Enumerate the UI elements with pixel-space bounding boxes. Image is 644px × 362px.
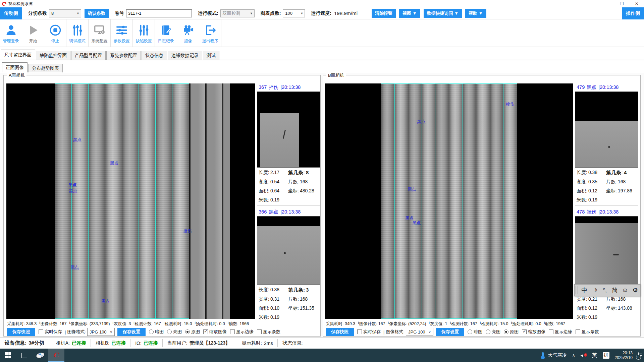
radio-暗图[interactable] [149, 329, 154, 334]
logbook-icon [160, 24, 172, 37]
defect-card[interactable]: 367挫伤|20:13:38 长度:2.17 第几条:8 宽度:0.54 片数:… [257, 83, 320, 205]
data-quick-access-button[interactable]: 数据快捷访问 ▼ [424, 9, 462, 18]
checkbox-显示条数[interactable] [576, 329, 580, 334]
ime-pinyin-indicator[interactable]: 拼 [603, 352, 609, 359]
image-format-dropdown[interactable]: JPG 100∨ [87, 328, 115, 336]
camera-a-image[interactable]: 黑点黑点黑点黑点挫伤黑点黑点 [6, 83, 255, 319]
weather-widget[interactable]: 天气寒冷 [542, 352, 567, 358]
moon-icon[interactable]: ☽ [589, 287, 599, 294]
log-record-button[interactable]: 日志记录 [155, 19, 177, 47]
tab-size-monitor[interactable]: 尺寸监控界面 [1, 50, 35, 60]
camera-a-conn-label: 相机A: [56, 340, 70, 346]
defect-card[interactable]: 366黑点|20:13:38 长度:0.38 第几条:3 宽度:0.31 片数:… [257, 208, 320, 320]
defect-marker-label: 黑点 [101, 299, 110, 304]
camera-b-conn-label: 相机B: [96, 340, 109, 346]
defect-header: 478挫伤|20:13:38 [575, 208, 638, 217]
strip-band-a [55, 83, 190, 319]
system-config-button[interactable]: 系统配置 [89, 19, 111, 47]
radio-亮图[interactable] [486, 329, 490, 334]
radio-亮图[interactable] [167, 329, 172, 334]
roll-number-input[interactable] [126, 9, 192, 17]
tab-front-image[interactable]: 正面图像 [2, 62, 28, 72]
radio-原图[interactable] [504, 329, 508, 334]
camera-b-image[interactable]: 挫伤黑点黑点黑点黑点 [325, 83, 573, 319]
ime-chinese-mode-button[interactable]: 中 [579, 286, 589, 294]
defect-info: 长度:0.38 第几条:4 宽度:0.35 片数:168 面积:0.12 坐标:… [575, 168, 638, 203]
camera-b-title: B面相机 [326, 72, 346, 78]
minimize-button[interactable]: — [600, 0, 614, 7]
hidden-icons-chevron[interactable]: ∧ [572, 353, 575, 358]
defect-thumbnail[interactable] [575, 92, 638, 168]
checkbox-缩放图像[interactable] [203, 329, 208, 334]
date-value: 2025/2/10 [615, 355, 633, 360]
checkbox-缩放图像[interactable] [522, 329, 527, 334]
camera-a-controls: 保存快照 实时保存 | 图像格式: JPG 100∨ 保存设置 暗图亮图原图缩放… [7, 327, 280, 336]
simplified-chinese-button[interactable]: 简 [610, 286, 620, 294]
emoji-icon[interactable]: ☺ [620, 287, 630, 294]
speaker-muted-icon[interactable] [581, 353, 587, 358]
checkbox-显示条数[interactable] [257, 329, 262, 334]
debug-mode-button[interactable]: 调试模式 [66, 19, 89, 47]
option-label: 缩放图像 [209, 329, 227, 335]
vision-app-taskbar-button[interactable]: C [48, 349, 64, 362]
tab-system-parameter-config[interactable]: 系统参数配置 [106, 51, 141, 60]
drive-side-button[interactable]: 传动侧 [0, 7, 22, 19]
checkbox-显示边缘[interactable] [230, 329, 235, 334]
tab-edge-data-record[interactable]: 边缘数据记录 [168, 51, 202, 60]
defect-thumbnail[interactable] [575, 217, 638, 285]
snipping-tool-button[interactable] [32, 349, 48, 362]
thermometer-icon [542, 352, 544, 358]
cut-strip [172, 83, 189, 319]
start-button[interactable]: 开始 [22, 19, 44, 47]
save-settings-button[interactable]: 保存设置 [436, 328, 464, 336]
parameter-settings-button[interactable]: 参数设置 [111, 19, 133, 47]
defect-card[interactable]: 478挫伤|20:13:38 长度:0.57 第几条:3 宽度:0.21 片数:… [575, 208, 638, 320]
tab-distribution-trend-chart[interactable]: 分布趋势图表 [28, 64, 63, 72]
help-menu-button[interactable]: 帮助 ▼ [465, 9, 486, 18]
slice-count-dropdown[interactable]: 8▼ [49, 9, 81, 17]
chart-points-dropdown[interactable]: 100▼ [283, 9, 305, 17]
cut-strip [139, 83, 156, 319]
checkbox-显示边缘[interactable] [549, 329, 553, 334]
defect-card[interactable]: 479黑点|20:13:38 长度:0.38 第几条:4 宽度:0.35 片数:… [575, 83, 638, 205]
current-user-value: 管理员【123-123】 [190, 340, 230, 346]
clear-alarm-button[interactable]: 清除报警 [372, 9, 396, 18]
maximize-button[interactable]: ❐ [614, 0, 629, 7]
start-button[interactable] [0, 349, 16, 362]
language-indicator[interactable]: 英 [592, 352, 597, 359]
tab-product-model-config[interactable]: 产品型号配置 [71, 51, 106, 60]
clock[interactable]: 20:13 2025/2/10 [615, 351, 633, 360]
realtime-save-checkbox[interactable] [357, 329, 362, 334]
operator-side-button[interactable]: 操作侧 [622, 7, 644, 19]
defect-thumbnail[interactable] [257, 217, 320, 285]
radio-暗图[interactable] [468, 329, 472, 334]
save-snapshot-button[interactable]: 保存快照 [326, 328, 354, 336]
gear-icon[interactable]: ⚙ [630, 287, 640, 294]
tab-test[interactable]: 测试 [203, 51, 219, 60]
task-view-button[interactable] [16, 349, 32, 362]
drag-handle-icon[interactable] [576, 286, 578, 294]
camera-capture-button[interactable]: 摄像 [177, 19, 199, 47]
radio-原图[interactable] [185, 329, 190, 334]
image-format-dropdown[interactable]: JPG 100∨ [406, 328, 433, 336]
exit-program-button[interactable]: 退出程序 [199, 19, 221, 47]
save-snapshot-button[interactable]: 保存快照 [7, 328, 35, 336]
realtime-save-checkbox[interactable] [39, 329, 43, 334]
defect-marker-label: 黑点 [68, 182, 77, 188]
confirm-count-button[interactable]: 确认条数 [85, 9, 109, 18]
tab-status-info[interactable]: 状态信息 [142, 51, 167, 60]
view-menu-button[interactable]: 视图 ▼ [399, 9, 420, 18]
notification-center-button[interactable]: 6 [638, 353, 639, 358]
defect-settings-button[interactable]: 缺陷设置 [133, 19, 155, 47]
chevron-down-icon: ∨ [110, 330, 112, 334]
ime-language-bar[interactable]: 中 ☽ °, 简 ☺ ⚙ [574, 284, 641, 296]
close-button[interactable]: ✕ [629, 0, 644, 7]
tab-defect-monitor[interactable]: 缺陷监控界面 [36, 51, 70, 60]
stop-button[interactable]: 停止 [44, 19, 66, 47]
admin-login-button[interactable]: 管理登录 [0, 19, 22, 47]
save-settings-button[interactable]: 保存设置 [117, 328, 146, 336]
defect-thumbnail[interactable] [257, 92, 320, 168]
punctuation-mode-button[interactable]: °, [600, 287, 610, 294]
run-mode-dropdown[interactable]: 双面检测▼ [220, 9, 255, 17]
defect-marker-label: 黑点 [412, 220, 421, 226]
